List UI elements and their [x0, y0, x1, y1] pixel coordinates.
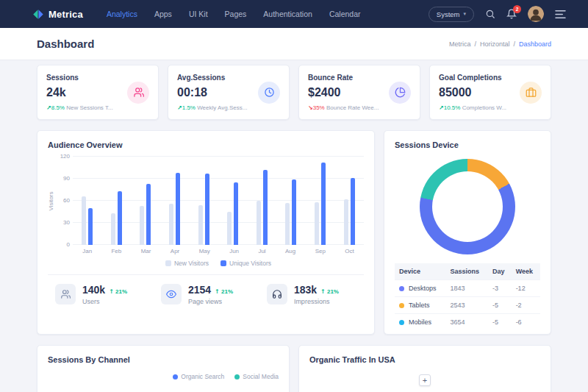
chevron-down-icon: ▾ — [463, 11, 466, 17]
card-title: Audience Overview — [48, 140, 364, 149]
organic-traffic-usa-card: Organic Traffic In USA + — [298, 345, 551, 392]
bar — [321, 163, 326, 245]
legend-label: Organic Search — [181, 373, 224, 380]
stat-desc: Bounce Rate Wee... — [326, 104, 379, 111]
device-week: -6 — [512, 314, 540, 331]
device-dot-icon — [399, 303, 404, 308]
y-axis-ticks: 0306090120 — [57, 157, 71, 245]
bar — [234, 182, 238, 245]
map-zoom-in-button[interactable]: + — [419, 374, 431, 386]
x-axis-labels: JanFebMarAprMayJunJulAugSepOct — [73, 248, 364, 254]
navbar-actions: System ▾ 2 — [429, 6, 566, 22]
brand-name: Metrica — [49, 9, 83, 20]
column-header: Week — [512, 263, 540, 280]
page-title: Dashboard — [37, 38, 94, 50]
breadcrumb-separator: / — [474, 40, 476, 48]
legend-item-social-media[interactable]: Social Media — [234, 373, 279, 380]
stat-title: Bounce Rate — [308, 74, 411, 82]
stat-trend: ↗1.5% Weekly Avg.Sess... — [177, 104, 280, 111]
bar-group — [140, 184, 151, 245]
bar-chart-legend: New VisitorsUnique Visitors — [73, 260, 364, 267]
bar — [292, 179, 296, 245]
audience-stat-label: Impressions — [294, 298, 339, 305]
clock-icon — [258, 82, 280, 104]
notification-badge: 2 — [513, 5, 521, 13]
nav-item-pages[interactable]: Pages — [225, 10, 247, 18]
nav-item-ui-kit[interactable]: UI Kit — [189, 10, 208, 18]
stat-delta: 35% — [313, 104, 325, 111]
bar — [344, 199, 348, 245]
legend-item[interactable]: New Visitors — [165, 260, 209, 267]
notifications-bell-icon[interactable]: 2 — [506, 9, 517, 19]
device-name: Tablets — [409, 302, 430, 309]
sessions-device-card: Sessions Device Device Sassions Day Week — [384, 130, 551, 335]
bar-group — [198, 174, 209, 245]
nav-item-analytics[interactable]: Analytics — [107, 10, 137, 18]
bar — [257, 201, 261, 245]
stat-delta: 10.5% — [444, 104, 461, 111]
audience-stat-label: Page views — [188, 298, 233, 305]
stat-card-sessions: Sessions 24k ↗8.5% New Sessions T... — [37, 65, 159, 120]
audience-stats-row: 140k ↑ 21% Users 2154 — [48, 274, 364, 305]
legend-item-organic-search[interactable]: Organic Search — [173, 373, 224, 380]
user-avatar[interactable] — [528, 6, 544, 22]
nav-item-calendar[interactable]: Calendar — [329, 10, 361, 18]
column-header: Day — [488, 263, 512, 280]
nav-item-authentication[interactable]: Authentication — [263, 10, 312, 18]
stat-desc: Weekly Avg.Sess... — [197, 104, 247, 111]
bar — [140, 206, 144, 245]
bottom-row: Sessions By Channel Organic Search Socia… — [37, 345, 551, 392]
table-row: Desktops 1843 -3 -12 — [395, 280, 540, 297]
breadcrumb-item-metrica[interactable]: Metrica — [449, 40, 471, 48]
main-row: Audience Overview Visitors 0306090120 Ja… — [37, 130, 551, 335]
eye-icon — [161, 284, 182, 304]
audience-stat-delta: ↑ 21% — [320, 288, 339, 295]
audience-overview-card: Audience Overview Visitors 0306090120 Ja… — [37, 130, 375, 335]
breadcrumb: Metrica / Horizontal / Dashboard — [449, 40, 551, 48]
search-icon[interactable] — [485, 9, 495, 19]
page-header: Dashboard Metrica / Horizontal / Dashboa… — [0, 28, 588, 60]
device-day: -5 — [488, 297, 512, 314]
stat-desc: New Sessions T... — [66, 104, 112, 111]
table-row: Mobiles 3654 -5 -6 — [395, 314, 540, 331]
stats-row: Sessions 24k ↗8.5% New Sessions T... Avg… — [37, 65, 551, 120]
bar — [205, 174, 209, 245]
bar-group — [82, 196, 93, 245]
logo-icon — [32, 9, 43, 20]
y-axis-title: Visitors — [48, 182, 54, 221]
legend-item[interactable]: Unique Visitors — [220, 260, 271, 267]
bar-group — [285, 179, 296, 245]
device-table: Device Sassions Day Week Desktops 1843 -… — [395, 263, 540, 330]
app: Metrica Analytics Apps UI Kit Pages Auth… — [0, 0, 588, 392]
top-navbar: Metrica Analytics Apps UI Kit Pages Auth… — [0, 0, 588, 28]
stat-delta: 8.5% — [51, 104, 65, 111]
device-sessions: 1843 — [446, 280, 488, 297]
bar — [227, 212, 232, 245]
stat-title: Sessions — [46, 74, 149, 82]
legend-swatch-icon — [220, 260, 226, 266]
breadcrumb-item-horizontal[interactable]: Horizontal — [480, 40, 510, 48]
bar-group — [227, 182, 238, 245]
headphones-icon — [267, 284, 287, 304]
device-week: -2 — [512, 297, 540, 314]
card-title: Sessions Device — [395, 140, 540, 149]
main-nav: Analytics Apps UI Kit Pages Authenticati… — [107, 10, 361, 18]
bar — [351, 178, 355, 245]
stat-trend: ↘35% Bounce Rate Wee... — [308, 104, 411, 111]
breadcrumb-separator: / — [513, 40, 515, 48]
trend-down-icon: ↘ — [308, 104, 313, 111]
bar — [198, 205, 203, 245]
bar — [169, 204, 173, 245]
nav-item-apps[interactable]: Apps — [154, 10, 172, 18]
menu-toggle-icon[interactable] — [555, 10, 566, 19]
stat-trend: ↗8.5% New Sessions T... — [46, 104, 149, 111]
stat-card-goal-completions: Goal Completions 85000 ↗10.5% Completion… — [429, 65, 551, 120]
audience-stat-impressions: 183k ↑ 21% Impressions — [267, 284, 339, 305]
stat-card-bounce-rate: Bounce Rate $2400 ↘35% Bounce Rate Wee..… — [298, 65, 420, 120]
brand[interactable]: Metrica — [32, 9, 83, 20]
system-dropdown[interactable]: System ▾ — [429, 7, 474, 22]
pie-chart-icon — [389, 82, 411, 104]
column-header: Device — [395, 263, 446, 280]
stat-trend: ↗10.5% Completions W... — [439, 104, 542, 111]
bar — [88, 208, 93, 245]
